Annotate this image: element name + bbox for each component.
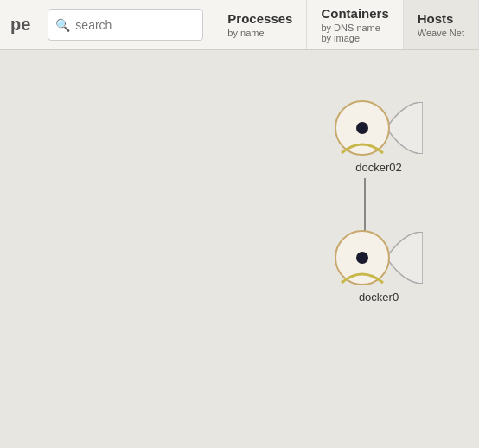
search-input[interactable]: [75, 18, 195, 32]
node-arc-docker02: [335, 138, 390, 155]
node-dot-docker0: [356, 252, 368, 264]
nav-containers-title: Containers: [321, 6, 388, 21]
node-label-docker0: docker0: [359, 291, 399, 304]
nav-hosts-sub1: Weave Net: [418, 28, 464, 38]
node-circle-docker0: [335, 230, 390, 285]
navbar: pe 🔍 Processes by name Containers by DNS…: [0, 0, 479, 50]
node-docker02[interactable]: docker02: [335, 100, 423, 174]
nav-group-hosts[interactable]: Hosts Weave Net: [404, 0, 479, 49]
app-logo: pe: [0, 0, 37, 49]
nav-processes-sub1: by name: [227, 28, 292, 38]
nav-hosts-title: Hosts: [418, 11, 464, 26]
main-content: docker02 docker0: [0, 50, 479, 448]
node-dot-docker02: [356, 122, 368, 134]
search-container[interactable]: 🔍: [48, 9, 203, 41]
nav-containers-sub2: by image: [321, 33, 388, 43]
node-fan-docker0: [386, 232, 423, 284]
nav-containers-sub1: by DNS name: [321, 22, 388, 33]
nav-group-processes[interactable]: Processes by name: [214, 0, 307, 49]
search-icon: 🔍: [55, 18, 70, 32]
nav-items: Processes by name Containers by DNS name…: [214, 0, 479, 49]
node-fan-docker02: [386, 102, 423, 154]
node-label-docker02: docker02: [355, 161, 401, 174]
node-arc-docker0: [335, 267, 390, 285]
node-circle-docker02: [335, 100, 390, 156]
nav-group-containers[interactable]: Containers by DNS name by image: [307, 0, 403, 49]
nav-processes-title: Processes: [227, 11, 292, 26]
graph-area: docker02 docker0: [0, 50, 479, 448]
node-docker0[interactable]: docker0: [335, 230, 423, 304]
